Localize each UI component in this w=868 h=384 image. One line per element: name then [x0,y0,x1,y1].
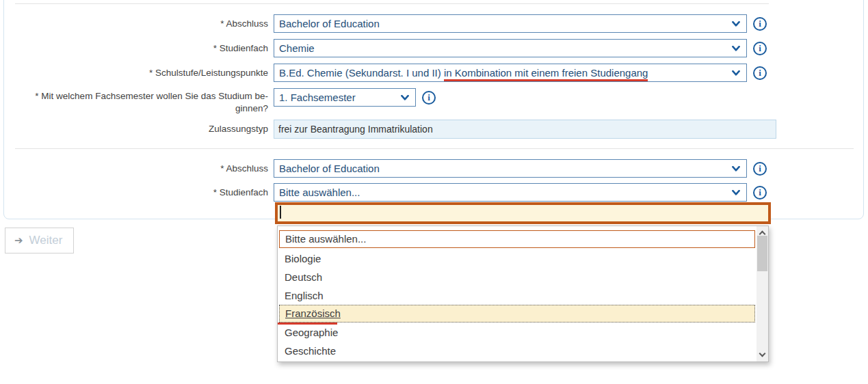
studienfach-dropdown-list: Bitte auswählen... Biologie Deutsch Engl… [277,225,769,362]
dropdown-option-deutsch[interactable]: Deutsch [279,268,755,286]
dropdown-scrollbar[interactable] [757,226,768,361]
fachsemester-select-value: 1. Fachsemester [279,89,356,106]
fachsemester-label-line2: ginnen? [15,102,268,115]
fachsemester-select[interactable]: 1. Fachsemester [274,88,416,107]
schulstufe-select[interactable]: B.Ed. Chemie (Sekundarst. I und II) in K… [274,64,747,82]
scrollbar-thumb[interactable] [757,236,767,271]
dropdown-option-geschichte[interactable]: Geschichte [279,342,755,360]
info-icon[interactable] [753,17,767,31]
schulstufe-value-plain: B.Ed. Chemie (Sekundarst. I und II) [279,67,444,79]
studienfach-select-1-value: Chemie [279,40,315,57]
fachsemester-label-line1: * Mit welchem Fachsemester wollen Sie da… [15,90,268,102]
studienfach-label-2: * Studienfach [15,187,268,198]
scroll-down-icon[interactable] [759,351,766,357]
studienfach-filter-input[interactable] [275,202,771,224]
studienfach-label-1: * Studienfach [15,43,268,54]
schulstufe-value-red-underlined: in Kombination mit einem freien Studieng… [444,67,648,81]
chevron-down-icon [732,21,740,27]
text-cursor [280,206,281,219]
studienfach-select-2-value: Bitte auswählen... [279,184,360,201]
fachsemester-label: * Mit welchem Fachsemester wollen Sie da… [15,90,268,115]
abschluss-label-1: * Abschluss [15,18,268,29]
annotation-red-underline [278,323,337,325]
chevron-down-icon [401,95,409,100]
abschluss-select-1[interactable]: Bachelor of Education [274,14,747,33]
weiter-button-label: Weiter [29,234,63,247]
info-icon[interactable] [753,66,767,80]
schulstufe-label: * Schulstufe/Leistungspunkte [15,68,268,79]
top-divider [15,3,769,4]
chevron-down-icon [732,166,740,172]
chevron-down-icon [732,70,740,76]
dropdown-option-franzoesisch-highlighted[interactable]: Französisch [279,305,755,323]
dropdown-option-geographie[interactable]: Geographie [279,323,755,342]
schulstufe-select-value: B.Ed. Chemie (Sekundarst. I und II) in K… [279,64,648,81]
zulassungstyp-value-box: frei zur Beantragung Immatrikulation [274,120,776,139]
arrow-right-icon: ➔ [14,234,23,247]
chevron-down-icon [732,46,740,51]
dropdown-option-englisch[interactable]: Englisch [279,286,755,305]
info-icon[interactable] [753,42,767,55]
studienfach-select-1[interactable]: Chemie [274,39,747,57]
studienfach-select-2[interactable]: Bitte auswählen... [274,183,747,202]
section-divider [15,148,854,149]
abschluss-select-2-value: Bachelor of Education [279,160,380,177]
info-icon[interactable] [422,91,436,105]
weiter-button[interactable]: ➔ Weiter [5,228,74,253]
info-icon[interactable] [753,162,767,176]
zulassungstyp-label: Zulassungstyp [15,124,268,135]
dropdown-option-bitte-auswaehlen[interactable]: Bitte auswählen... [279,230,755,248]
info-icon[interactable] [753,186,767,200]
chevron-down-icon [732,190,740,195]
study-application-form: * Abschluss Bachelor of Education * Stud… [0,0,868,384]
abschluss-label-2: * Abschluss [15,163,268,174]
dropdown-option-biologie[interactable]: Biologie [279,249,755,268]
abschluss-select-2[interactable]: Bachelor of Education [274,159,747,178]
abschluss-select-1-value: Bachelor of Education [279,15,380,32]
